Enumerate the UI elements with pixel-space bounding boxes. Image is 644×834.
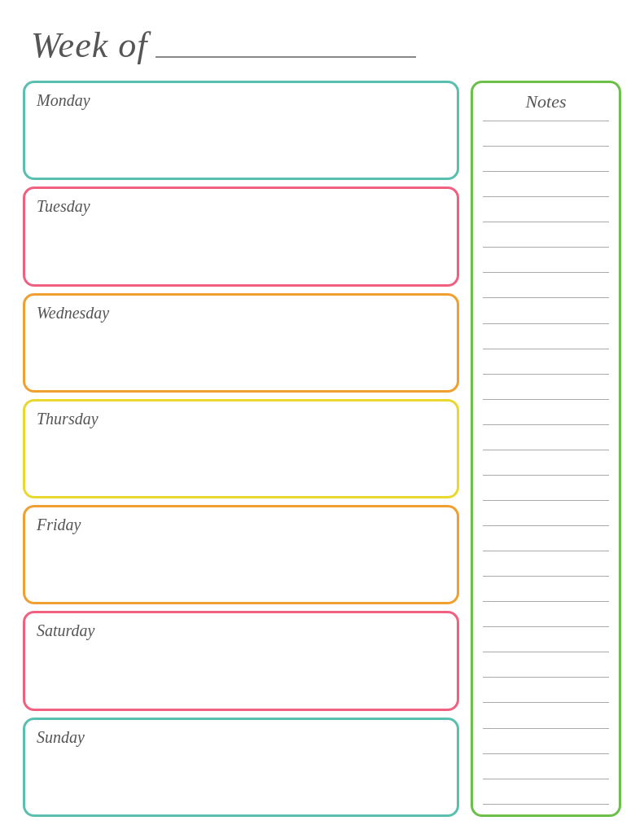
day-box-sunday[interactable]: Sunday — [23, 718, 459, 817]
notes-lines-container — [483, 121, 609, 805]
notes-line — [483, 753, 609, 754]
day-box-wednesday[interactable]: Wednesday — [23, 293, 459, 393]
day-box-saturday[interactable]: Saturday — [23, 611, 459, 710]
notes-line — [483, 804, 609, 805]
notes-line — [483, 652, 609, 652]
notes-line — [483, 551, 609, 551]
day-label-wednesday: Wednesday — [37, 304, 109, 322]
week-of-title: Week of — [31, 24, 147, 66]
notes-line — [483, 196, 609, 197]
notes-panel[interactable]: Notes — [471, 81, 621, 817]
notes-line — [483, 349, 609, 349]
notes-line — [483, 576, 609, 577]
day-label-thursday: Thursday — [37, 410, 99, 428]
week-of-line — [156, 56, 416, 58]
notes-line — [483, 626, 609, 627]
day-box-tuesday[interactable]: Tuesday — [23, 187, 459, 286]
page-header: Week of — [23, 24, 621, 66]
notes-line — [483, 146, 609, 147]
notes-line — [483, 247, 609, 248]
notes-line — [483, 297, 609, 298]
day-label-saturday: Saturday — [37, 621, 94, 639]
day-box-friday[interactable]: Friday — [23, 505, 459, 604]
notes-line — [483, 677, 609, 678]
notes-line — [483, 399, 609, 400]
notes-line — [483, 779, 609, 779]
day-label-monday: Monday — [37, 91, 90, 109]
day-label-friday: Friday — [37, 516, 81, 533]
notes-line — [483, 374, 609, 375]
days-column: MondayTuesdayWednesdayThursdayFridaySatu… — [23, 81, 459, 817]
notes-line — [483, 601, 609, 602]
notes-line — [483, 424, 609, 425]
notes-line — [483, 222, 609, 222]
notes-line — [483, 323, 609, 324]
day-label-tuesday: Tuesday — [37, 197, 90, 215]
day-box-thursday[interactable]: Thursday — [23, 399, 459, 498]
notes-line — [483, 728, 609, 729]
main-layout: MondayTuesdayWednesdayThursdayFridaySatu… — [23, 81, 621, 817]
notes-line — [483, 475, 609, 476]
notes-title: Notes — [483, 91, 609, 112]
notes-line — [483, 121, 609, 121]
notes-line — [483, 525, 609, 526]
notes-line — [483, 450, 609, 450]
day-box-monday[interactable]: Monday — [23, 81, 459, 180]
notes-line — [483, 500, 609, 501]
day-label-sunday: Sunday — [37, 728, 85, 746]
notes-line — [483, 272, 609, 273]
notes-line — [483, 171, 609, 172]
notes-line — [483, 702, 609, 703]
